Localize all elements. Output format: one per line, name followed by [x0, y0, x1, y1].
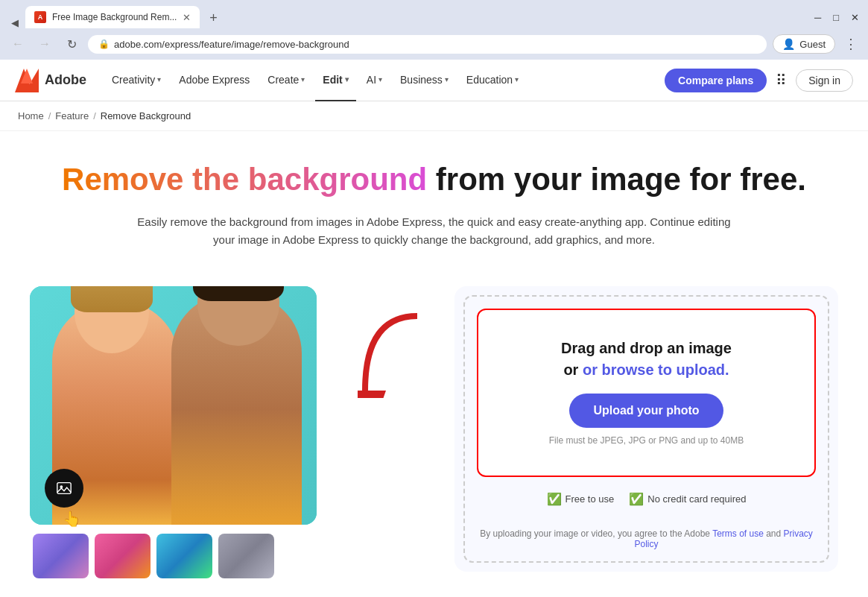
hero-title: Remove the background from your image fo… — [18, 161, 850, 198]
new-tab-button[interactable]: + — [203, 7, 224, 28]
arrow-area — [358, 286, 425, 398]
thumbnail-2[interactable] — [95, 534, 151, 578]
lock-icon: 🔒 — [98, 39, 110, 49]
nav-item-creativity[interactable]: Creativity ▾ — [104, 60, 168, 101]
address-bar[interactable]: 🔒 adobe.com/express/feature/image/remove… — [88, 35, 767, 54]
terms-link[interactable]: Terms of use — [712, 528, 764, 539]
nav-item-express[interactable]: Adobe Express — [171, 60, 257, 101]
ai-label: AI — [367, 74, 376, 86]
business-chevron: ▾ — [445, 75, 449, 83]
trust-badges: ✅ Free to use ✅ No credit card required — [477, 492, 816, 506]
svg-rect-3 — [57, 483, 71, 494]
adobe-logo-text: Adobe — [45, 72, 86, 88]
upload-button[interactable]: Upload your photo — [569, 394, 723, 428]
tos-line: By uploading your image or video, you ag… — [477, 521, 816, 549]
edit-chevron: ▾ — [345, 75, 349, 83]
business-label: Business — [400, 74, 443, 86]
person2-hair — [193, 286, 284, 301]
active-tab[interactable]: A Free Image Background Rem... ✕ — [25, 6, 200, 28]
compare-plans-button[interactable]: Compare plans — [665, 69, 767, 92]
no-cc-icon: ✅ — [629, 492, 644, 506]
back-button[interactable]: ← — [7, 34, 28, 54]
forward-button[interactable]: → — [34, 34, 55, 54]
file-hint: File must be JPEG, JPG or PNG and up to … — [501, 435, 792, 446]
nav-item-education[interactable]: Education ▾ — [459, 60, 526, 101]
breadcrumb-current: Remove Background — [101, 110, 191, 121]
person1-hair — [71, 286, 153, 312]
breadcrumb: Home / Feature / Remove Background — [0, 101, 868, 131]
drop-zone[interactable]: Drag and drop an image or or browse to u… — [477, 309, 816, 477]
edit-label: Edit — [323, 74, 342, 86]
nav-item-create[interactable]: Create ▾ — [260, 60, 312, 101]
browse-text: or or browse to upload. — [501, 361, 792, 379]
no-cc-badge: ✅ No credit card required — [629, 492, 746, 506]
reload-button[interactable]: ↻ — [61, 34, 82, 54]
free-badge-label: Free to use — [566, 493, 615, 505]
image-picker-icon — [56, 480, 72, 496]
free-badge-icon: ✅ — [547, 492, 562, 506]
thumbnail-1[interactable] — [33, 534, 89, 578]
tab-close-icon[interactable]: ✕ — [183, 12, 191, 23]
hero-section: Remove the background from your image fo… — [0, 131, 868, 264]
hero-description: Easily remove the background from images… — [136, 213, 732, 249]
maximize-button[interactable]: □ — [833, 12, 839, 23]
ai-chevron: ▾ — [378, 75, 382, 83]
tos-prefix: By uploading your image or video, you ag… — [480, 528, 712, 539]
thumbnail-4[interactable] — [218, 534, 274, 578]
sign-in-button[interactable]: Sign in — [796, 69, 853, 92]
left-panel: 👆 — [30, 286, 328, 578]
express-label: Adobe Express — [179, 74, 250, 86]
hero-title-gradient: Remove the background — [62, 162, 427, 197]
thumbnail-3[interactable] — [156, 534, 212, 578]
nav-item-business[interactable]: Business ▾ — [393, 60, 456, 101]
tab-title: Free Image Background Rem... — [52, 12, 177, 22]
drag-drop-text: Drag and drop an image — [501, 340, 792, 357]
minimize-button[interactable]: ─ — [814, 12, 821, 23]
breadcrumb-sep2: / — [93, 110, 96, 121]
main-content: 👆 — [0, 264, 868, 597]
creativity-label: Creativity — [112, 74, 155, 86]
education-label: Education — [466, 74, 513, 86]
create-label: Create — [267, 74, 299, 86]
education-chevron: ▾ — [515, 75, 519, 83]
user-icon: 👤 — [782, 38, 795, 50]
creativity-chevron: ▾ — [157, 75, 161, 83]
breadcrumb-home[interactable]: Home — [18, 110, 44, 121]
nav-item-edit[interactable]: Edit ▾ — [315, 60, 355, 101]
nav-items: Creativity ▾ Adobe Express Create ▾ Edit… — [104, 60, 665, 101]
guest-button[interactable]: 👤 Guest — [773, 34, 835, 54]
nav-item-ai[interactable]: AI ▾ — [359, 60, 390, 101]
adobe-logo[interactable]: Adobe — [15, 69, 86, 92]
right-panel: Drag and drop an image or or browse to u… — [454, 286, 838, 572]
apps-grid-icon[interactable]: ⠿ — [776, 72, 787, 89]
hero-title-rest: from your image for free. — [427, 162, 806, 197]
cursor-hand-icon: 👆 — [63, 510, 81, 528]
adobe-logo-icon — [15, 69, 39, 92]
browse-link[interactable]: or browse to upload. — [583, 361, 729, 378]
red-arrow-icon — [358, 309, 425, 398]
tab-favicon: A — [34, 11, 46, 23]
browser-menu-button[interactable]: ⋮ — [841, 33, 861, 55]
breadcrumb-feature[interactable]: Feature — [55, 110, 89, 121]
browser-back-icon: ◀ — [9, 16, 21, 28]
thumbnails-row — [33, 534, 328, 578]
create-chevron: ▾ — [301, 75, 305, 83]
no-cc-label: No credit card required — [647, 493, 746, 505]
image-picker-button[interactable] — [45, 469, 83, 508]
breadcrumb-sep1: / — [48, 110, 51, 121]
adobe-nav: Adobe Creativity ▾ Adobe Express Create … — [0, 60, 868, 101]
guest-label: Guest — [799, 39, 826, 50]
close-button[interactable]: ✕ — [851, 12, 859, 23]
tos-and: and — [764, 528, 784, 539]
address-text: adobe.com/express/feature/image/remove-b… — [114, 39, 756, 50]
free-badge: ✅ Free to use — [547, 492, 615, 506]
